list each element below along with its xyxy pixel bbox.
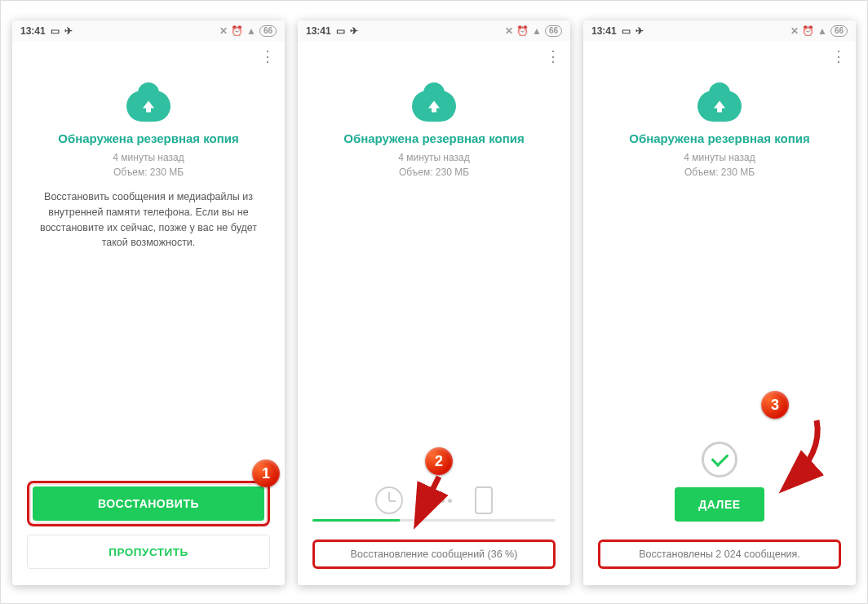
restore-description: Восстановить сообщения и медиафайлы из в…: [29, 189, 268, 251]
battery-indicator: 66: [259, 25, 277, 37]
wifi-icon: ▲: [532, 25, 542, 37]
annotation-badge-2: 2: [425, 447, 453, 475]
chat-icon: ▭: [51, 25, 60, 37]
backup-time: 4 минуты назад: [684, 150, 755, 165]
telegram-icon: ✈: [350, 25, 358, 37]
annotation-highlight-restore: ВОССТАНОВИТЬ: [27, 481, 270, 526]
status-time: 13:41: [591, 25, 617, 37]
status-time: 13:41: [20, 25, 46, 37]
content-area: Обнаружена резервная копия 4 минуты наза…: [583, 71, 856, 432]
alarm-icon: ⏰: [802, 25, 814, 37]
bottom-actions: ВОССТАНОВИТЬ ПРОПУСТИТЬ 1: [12, 471, 285, 585]
annotation-arrow-2: [412, 473, 469, 531]
next-button[interactable]: ДАЛЕЕ: [675, 487, 764, 522]
alarm-icon: ⏰: [231, 25, 243, 37]
content-area: Обнаружена резервная копия 4 минуты наза…: [298, 71, 570, 477]
backup-time: 4 минуты назад: [398, 150, 469, 165]
bottom-done-area: ДАЛЕЕ Восстановлены 2 024 сообщения. 3: [583, 432, 856, 585]
status-time: 13:41: [306, 25, 331, 37]
battery-indicator: 66: [830, 25, 848, 37]
annotation-highlight-done: Восстановлены 2 024 сообщения.: [598, 540, 841, 569]
telegram-icon: ✈: [64, 25, 73, 37]
history-icon: [375, 486, 403, 514]
annotation-highlight-progress: Восстановление сообщений (36 %): [312, 540, 556, 569]
annotation-badge-3: 3: [761, 391, 789, 419]
app-top-bar: ⋮: [583, 42, 856, 71]
wifi-icon: ▲: [817, 25, 827, 37]
backup-size: Объем: 230 МБ: [399, 165, 469, 180]
status-bar: 13:41 ▭ ✈ ✕ ⏰ ▲ 66: [583, 20, 856, 42]
backup-found-title: Обнаружена резервная копия: [58, 131, 239, 145]
app-top-bar: ⋮: [298, 42, 570, 71]
wifi-icon: ▲: [246, 25, 256, 37]
content-area: Обнаружена резервная копия 4 минуты наза…: [12, 71, 285, 471]
status-bar: 13:41 ▭ ✈ ✕ ⏰ ▲ 66: [12, 20, 285, 42]
status-bar: 13:41 ▭ ✈ ✕ ⏰ ▲ 66: [298, 20, 570, 42]
backup-size: Объем: 230 МБ: [113, 165, 184, 180]
backup-size: Объем: 230 МБ: [684, 165, 755, 180]
alarm-icon: ⏰: [516, 25, 529, 37]
restore-progress-text: Восстановление сообщений (36 %): [351, 548, 518, 560]
backup-time: 4 минуты назад: [113, 150, 184, 165]
phone-screen-3: 13:41 ▭ ✈ ✕ ⏰ ▲ 66 ⋮ Обнаружена резервна…: [583, 20, 856, 585]
restore-button[interactable]: ВОССТАНОВИТЬ: [33, 486, 264, 521]
cloud-upload-icon: [126, 91, 170, 122]
silent-icon: ✕: [505, 25, 513, 37]
silent-icon: ✕: [219, 25, 228, 37]
phone-screen-1: 13:41 ▭ ✈ ✕ ⏰ ▲ 66 ⋮ Обнаружена резервна…: [12, 20, 285, 585]
cloud-upload-icon: [412, 91, 456, 122]
chat-icon: ▭: [336, 25, 345, 37]
phone-screen-2: 13:41 ▭ ✈ ✕ ⏰ ▲ 66 ⋮ Обнаружена резервна…: [298, 20, 570, 585]
backup-found-title: Обнаружена резервная копия: [629, 131, 810, 145]
more-options-icon[interactable]: ⋮: [260, 49, 275, 64]
chat-icon: ▭: [622, 25, 631, 37]
skip-button[interactable]: ПРОПУСТИТЬ: [27, 535, 270, 569]
backup-found-title: Обнаружена резервная копия: [343, 131, 525, 145]
cloud-upload-icon: [698, 91, 742, 122]
app-top-bar: ⋮: [12, 42, 285, 71]
battery-indicator: 66: [545, 25, 562, 37]
restore-done-text: Восстановлены 2 024 сообщения.: [639, 548, 800, 560]
telegram-icon: ✈: [636, 25, 644, 37]
bottom-progress-area: Восстановление сообщений (36 %) 2: [298, 477, 570, 585]
annotation-arrow-3: [766, 417, 839, 495]
annotation-badge-1: 1: [252, 460, 280, 487]
done-check-icon: [702, 442, 737, 477]
more-options-icon[interactable]: ⋮: [546, 49, 560, 64]
device-icon: [475, 486, 493, 514]
more-options-icon[interactable]: ⋮: [831, 49, 846, 64]
silent-icon: ✕: [790, 25, 799, 37]
